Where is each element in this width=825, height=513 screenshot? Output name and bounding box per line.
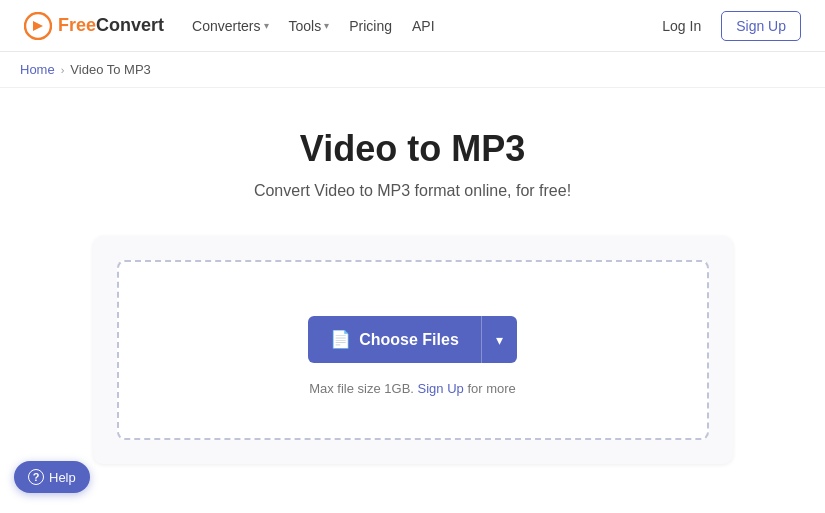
logo-icon bbox=[24, 12, 52, 40]
chevron-down-icon: ▾ bbox=[324, 20, 329, 31]
breadcrumb: Home › Video To MP3 bbox=[0, 52, 825, 88]
signup-link[interactable]: Sign Up bbox=[418, 381, 464, 396]
nav-pricing[interactable]: Pricing bbox=[349, 18, 392, 34]
help-button[interactable]: ? Help bbox=[14, 461, 90, 493]
breadcrumb-current: Video To MP3 bbox=[70, 62, 150, 77]
logo-text: FreeConvert bbox=[58, 15, 164, 36]
login-button[interactable]: Log In bbox=[652, 12, 711, 40]
main-content: Video to MP3 Convert Video to MP3 format… bbox=[0, 88, 825, 504]
breadcrumb-separator: › bbox=[61, 64, 65, 76]
chevron-down-icon: ▾ bbox=[496, 332, 503, 348]
navbar: FreeConvert Converters ▾ Tools ▾ Pricing… bbox=[0, 0, 825, 52]
nav-converters[interactable]: Converters ▾ bbox=[192, 18, 268, 34]
choose-files-row: 📄 Choose Files ▾ bbox=[308, 316, 517, 363]
upload-zone[interactable]: 📄 Choose Files ▾ Max file size 1GB. Sign… bbox=[117, 260, 709, 440]
choose-files-button[interactable]: 📄 Choose Files bbox=[308, 316, 481, 363]
choose-files-dropdown[interactable]: ▾ bbox=[481, 316, 517, 363]
help-icon: ? bbox=[28, 469, 44, 485]
logo[interactable]: FreeConvert bbox=[24, 12, 164, 40]
upload-card: 📄 Choose Files ▾ Max file size 1GB. Sign… bbox=[93, 236, 733, 464]
nav-api[interactable]: API bbox=[412, 18, 435, 34]
breadcrumb-home[interactable]: Home bbox=[20, 62, 55, 77]
nav-links: Converters ▾ Tools ▾ Pricing API bbox=[192, 18, 435, 34]
file-icon: 📄 bbox=[330, 329, 351, 350]
nav-tools[interactable]: Tools ▾ bbox=[289, 18, 330, 34]
nav-right: Log In Sign Up bbox=[652, 11, 801, 41]
page-subtitle: Convert Video to MP3 format online, for … bbox=[20, 182, 805, 200]
signup-button[interactable]: Sign Up bbox=[721, 11, 801, 41]
max-size-info: Max file size 1GB. Sign Up for more bbox=[309, 381, 516, 396]
page-title: Video to MP3 bbox=[20, 128, 805, 170]
nav-left: FreeConvert Converters ▾ Tools ▾ Pricing… bbox=[24, 12, 435, 40]
chevron-down-icon: ▾ bbox=[264, 20, 269, 31]
